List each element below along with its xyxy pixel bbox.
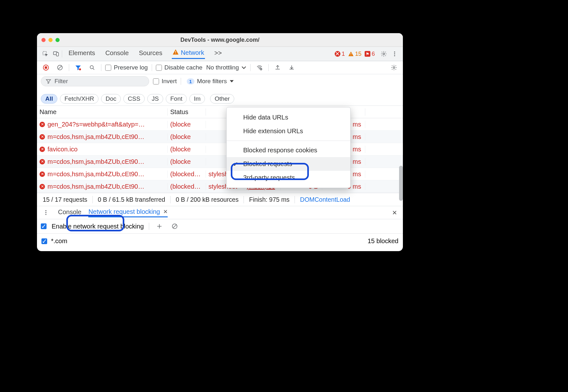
pattern-text: *.com: [51, 237, 67, 245]
svg-line-17: [93, 69, 94, 70]
titlebar: DevTools - www.google.com/: [37, 33, 403, 47]
svg-point-21: [45, 212, 46, 213]
svg-rect-6: [351, 55, 351, 55]
throttling-select[interactable]: No throttling: [206, 64, 246, 71]
filter-blocked-requests[interactable]: ✓ Blocked requests: [227, 157, 350, 171]
scrollbar[interactable]: [399, 166, 403, 201]
filter-placeholder: Filter: [55, 78, 68, 85]
filter-input[interactable]: Filter: [41, 76, 149, 86]
block-pattern-row[interactable]: ✓ *.com 15 blocked: [37, 234, 403, 251]
issue-badges: ✕1 15 ⚑6: [335, 51, 375, 57]
status-resources: 0 B / 200 kB resources: [171, 196, 244, 203]
checkmark-icon: ✓: [233, 160, 238, 168]
inspect-element-icon[interactable]: [40, 49, 50, 59]
svg-point-22: [45, 214, 46, 215]
svg-line-26: [173, 224, 177, 228]
tab-sources[interactable]: Sources: [138, 49, 163, 59]
pill-js[interactable]: JS: [147, 94, 163, 104]
error-status-icon: ✕: [40, 122, 45, 127]
pattern-checkbox[interactable]: ✓: [41, 238, 47, 244]
drawer-tabbar: Console Network request blocking ✕ ✕: [37, 206, 403, 219]
search-icon[interactable]: [87, 62, 97, 73]
more-filters-toggle[interactable]: 1 More filters: [185, 77, 236, 85]
drawer-tab-console[interactable]: Console: [58, 208, 81, 217]
tab-console[interactable]: Console: [105, 49, 129, 59]
svg-rect-4: [175, 53, 176, 54]
tab-elements[interactable]: Elements: [68, 49, 96, 59]
resource-type-pills: All Fetch/XHR Doc CSS JS Font Im Other: [41, 94, 234, 104]
window-title: DevTools - www.google.com/: [37, 37, 403, 43]
filter-3rd-party-requests[interactable]: 3rd-party requests: [227, 171, 350, 185]
error-status-icon: ✕: [40, 159, 45, 164]
window-controls: [41, 38, 60, 42]
minimize-window-button[interactable]: [48, 38, 53, 42]
pill-img[interactable]: Im: [189, 94, 205, 104]
pill-fetch-xhr[interactable]: Fetch/XHR: [60, 94, 98, 104]
drawer-tab-request-blocking[interactable]: Network request blocking ✕: [88, 208, 168, 217]
svg-point-16: [90, 66, 93, 69]
more-filters-count: 1: [187, 78, 194, 84]
pill-other[interactable]: Other: [210, 94, 234, 104]
filter-blocked-cookies[interactable]: Blocked response cookies: [227, 143, 350, 157]
pill-all[interactable]: All: [41, 94, 57, 104]
error-status-icon: ✕: [40, 171, 45, 177]
svg-rect-3: [175, 51, 176, 53]
svg-point-8: [394, 52, 395, 53]
drawer-close-icon[interactable]: ✕: [392, 209, 399, 216]
import-har-icon[interactable]: [287, 62, 297, 73]
remove-all-patterns-icon[interactable]: [170, 221, 180, 231]
messages-badge[interactable]: ⚑6: [365, 51, 375, 57]
errors-badge[interactable]: ✕1: [335, 51, 345, 57]
error-status-icon: ✕: [40, 184, 45, 189]
maximize-window-button[interactable]: [55, 38, 60, 42]
svg-rect-2: [56, 53, 59, 56]
close-icon[interactable]: ✕: [163, 208, 168, 215]
svg-point-19: [393, 67, 395, 68]
status-finish: Finish: 975 ms: [244, 196, 295, 203]
svg-point-9: [394, 53, 395, 54]
clear-icon[interactable]: [55, 62, 65, 73]
filter-hide-data-urls[interactable]: Hide data URLs: [227, 111, 350, 124]
disable-cache-checkbox[interactable]: Disable cache: [156, 64, 202, 71]
network-toolbar: Preserve log Disable cache No throttling: [37, 61, 403, 74]
error-status-icon: ✕: [40, 147, 45, 152]
record-icon[interactable]: [41, 62, 51, 73]
network-conditions-icon[interactable]: [254, 62, 265, 73]
warning-icon: [172, 49, 179, 56]
drawer-kebab-icon[interactable]: [41, 207, 51, 218]
svg-rect-12: [45, 66, 47, 69]
svg-rect-5: [351, 53, 351, 54]
blocking-toolbar: ✓ Enable network request blocking: [37, 219, 403, 234]
status-domcontentloaded: DOMContentLoad: [295, 196, 355, 203]
filter-bar: Filter Invert 1 More filters All Fetch/X…: [37, 74, 403, 106]
filter-hide-extension-urls[interactable]: Hide extension URLs: [227, 124, 350, 138]
pill-doc[interactable]: Doc: [101, 94, 121, 104]
preserve-log-checkbox[interactable]: Preserve log: [105, 64, 148, 71]
status-requests: 15 / 17 requests: [38, 196, 93, 203]
tab-network[interactable]: Network: [172, 49, 205, 59]
col-name[interactable]: Name: [37, 108, 168, 116]
add-pattern-icon[interactable]: [154, 221, 164, 231]
settings-icon[interactable]: [379, 49, 389, 59]
close-window-button[interactable]: [41, 38, 46, 42]
filter-toggle-icon[interactable]: [73, 62, 83, 73]
kebab-menu-icon[interactable]: [390, 49, 400, 59]
svg-point-20: [45, 210, 46, 211]
pill-css[interactable]: CSS: [123, 94, 145, 104]
warnings-badge[interactable]: 15: [348, 51, 361, 57]
col-status[interactable]: Status: [168, 108, 206, 116]
network-settings-icon[interactable]: [389, 62, 399, 73]
status-bar: 15 / 17 requests 0 B / 61.5 kB transferr…: [37, 193, 403, 206]
export-har-icon[interactable]: [273, 62, 283, 73]
svg-point-7: [383, 53, 384, 54]
svg-line-14: [58, 66, 62, 69]
enable-blocking-checkbox[interactable]: ✓: [41, 223, 47, 229]
enable-blocking-label: Enable network request blocking: [52, 223, 144, 230]
tab-overflow[interactable]: >>: [214, 49, 222, 59]
pill-font[interactable]: Font: [166, 94, 187, 104]
svg-point-15: [79, 68, 81, 70]
svg-point-10: [394, 55, 395, 56]
device-toolbar-icon[interactable]: [51, 49, 61, 59]
invert-checkbox[interactable]: Invert: [153, 78, 177, 85]
error-status-icon: ✕: [40, 134, 45, 140]
